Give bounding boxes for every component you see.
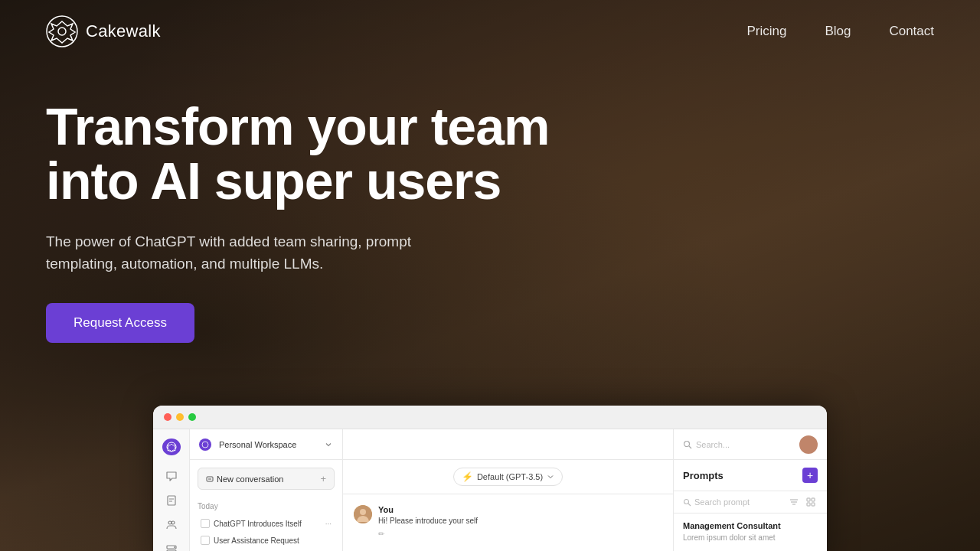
app-sidebar [153, 429, 190, 551]
svg-point-10 [174, 546, 175, 548]
app-inner: Personal Workspace Search... [153, 429, 827, 551]
conv-more-1[interactable]: ··· [325, 520, 332, 528]
logo[interactable]: Cakewalk [46, 15, 161, 47]
conversations-section: Today ChatGPT Introduces Itself ··· [190, 497, 342, 551]
user-avatar[interactable] [799, 435, 818, 454]
search-area[interactable]: Search... [683, 440, 793, 449]
conversation-item-1[interactable]: ChatGPT Introduces Itself ··· [198, 515, 335, 532]
search-icon [683, 440, 692, 449]
model-chevron-icon [547, 473, 554, 481]
search-placeholder: Search... [696, 440, 730, 449]
new-conv-plus: + [320, 473, 326, 484]
prompts-actions: + [802, 468, 818, 483]
sidebar-icon-team[interactable] [164, 518, 179, 532]
hero-title-line1: Transform your team [46, 97, 549, 155]
logo-text: Cakewalk [86, 21, 161, 41]
prompts-search-bar[interactable]: Search prompt [674, 491, 827, 514]
model-selector[interactable]: ⚡ Default (GPT-3.5) [453, 468, 563, 486]
svg-point-6 [168, 521, 172, 524]
workspace-selector[interactable]: Personal Workspace [190, 429, 343, 459]
conversation-item-2[interactable]: User Assistance Request [198, 532, 335, 549]
new-conversation-label: New conversation [217, 474, 283, 484]
nav-blog[interactable]: Blog [825, 24, 851, 39]
sidebar-logo[interactable] [162, 439, 181, 455]
prompt-item-title-1: Management Consultant [683, 521, 818, 530]
message-text: Hi! Please introduce your self [378, 516, 662, 527]
navigation: Cakewalk Pricing Blog Contact [0, 0, 980, 63]
workspace-chevron-icon [324, 440, 333, 449]
svg-point-19 [684, 499, 689, 504]
nav-links: Pricing Blog Contact [746, 24, 934, 39]
nav-contact[interactable]: Contact [889, 24, 934, 39]
model-icon: ⚡ [462, 471, 473, 482]
message-avatar [354, 505, 372, 523]
search-bar-inner: Search prompt [683, 491, 782, 513]
sidebar-icon-chat[interactable] [164, 469, 179, 483]
svg-point-13 [684, 441, 690, 446]
prompt-search-placeholder: Search prompt [694, 497, 750, 507]
topbar-center [343, 429, 674, 459]
traffic-light-green [188, 413, 196, 421]
hero-title-line2: into AI super users [46, 152, 501, 210]
grid-icon[interactable] [804, 495, 818, 509]
message-item: You Hi! Please introduce your self ✏ [354, 505, 662, 538]
svg-rect-25 [812, 498, 815, 501]
conversation-title-1: ChatGPT Introduces Itself [214, 520, 302, 528]
conversation-title-2: User Assistance Request [214, 536, 299, 545]
traffic-light-red [164, 413, 172, 421]
svg-rect-26 [807, 503, 810, 506]
svg-rect-3 [168, 496, 175, 505]
edit-icon[interactable]: ✏ [378, 530, 662, 538]
svg-point-7 [172, 521, 175, 524]
svg-point-0 [47, 16, 77, 47]
conv-dot-2 [201, 536, 210, 545]
workspace-name: Personal Workspace [219, 440, 320, 449]
hero-title: Transform your team into AI super users [46, 99, 549, 209]
conversations-date: Today [198, 502, 335, 510]
hero-subtitle: The power of ChatGPT with added team sha… [46, 230, 459, 276]
svg-point-12 [202, 442, 208, 448]
svg-line-20 [688, 504, 691, 506]
prompts-title: Prompts [683, 470, 724, 481]
svg-point-1 [58, 28, 66, 35]
logo-icon [46, 15, 78, 47]
prompts-panel: Prompts + Search prompt [674, 460, 827, 551]
prompts-header: Prompts + [674, 460, 827, 491]
chat-messages: You Hi! Please introduce your self ✏ [343, 494, 673, 551]
message-content: You Hi! Please introduce your self ✏ [378, 505, 662, 538]
app-preview-window: Personal Workspace Search... [153, 406, 827, 551]
filter-icons [787, 495, 818, 509]
chat-header: ⚡ Default (GPT-3.5) [343, 460, 673, 494]
window-chrome [153, 406, 827, 429]
topbar-right: Search... [674, 429, 827, 459]
new-conv-icon [206, 475, 214, 483]
chat-panel: ⚡ Default (GPT-3.5) [343, 460, 674, 551]
svg-point-18 [360, 509, 366, 515]
workspace-icon [199, 439, 211, 451]
new-conversation-button[interactable]: New conversation + [198, 468, 335, 490]
prompt-item-preview-1: Lorem ipsum dolor sit amet [683, 533, 818, 543]
cta-button[interactable]: Request Access [46, 303, 194, 343]
conversations-panel: New conversation + Today ChatGPT Introdu… [190, 460, 343, 551]
svg-line-14 [689, 446, 691, 448]
prompt-item-1[interactable]: Management Consultant Lorem ipsum dolor … [674, 514, 827, 551]
prompt-search-icon [683, 498, 691, 507]
filter-icon[interactable] [787, 495, 801, 509]
sidebar-icon-document[interactable] [164, 494, 179, 507]
svg-rect-27 [812, 503, 815, 506]
app-topbar: Personal Workspace Search... [190, 429, 827, 460]
app-content-area: Personal Workspace Search... [190, 429, 827, 551]
hero-content: Transform your team into AI super users … [46, 99, 549, 343]
message-sender: You [378, 505, 662, 514]
add-prompt-button[interactable]: + [802, 468, 818, 483]
nav-pricing[interactable]: Pricing [746, 24, 786, 39]
sidebar-icon-storage[interactable] [164, 543, 179, 551]
conv-dot-1 [201, 519, 210, 528]
svg-rect-24 [807, 498, 810, 501]
panels-row: New conversation + Today ChatGPT Introdu… [190, 460, 827, 551]
traffic-light-yellow [176, 413, 184, 421]
model-label: Default (GPT-3.5) [477, 472, 543, 481]
